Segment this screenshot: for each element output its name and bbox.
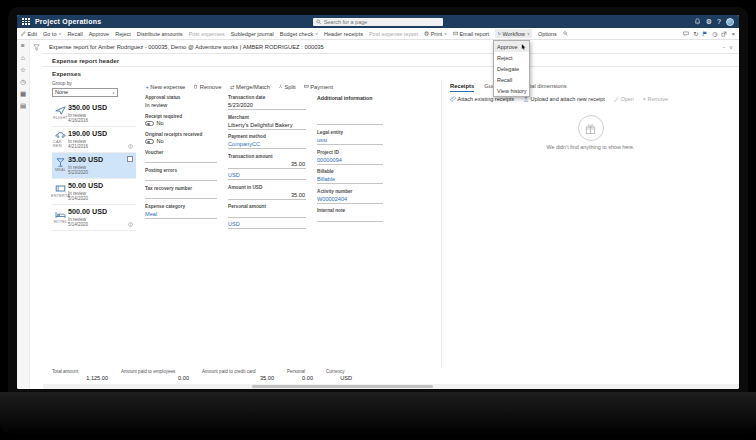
- billable-input[interactable]: Billable: [317, 175, 383, 184]
- options-button[interactable]: Options: [538, 31, 557, 37]
- personal-currency-input[interactable]: USD: [228, 220, 306, 229]
- edit-button[interactable]: Edit: [21, 31, 37, 37]
- pencil-icon: [21, 31, 26, 36]
- help-icon[interactable]: ?: [717, 18, 721, 25]
- recall-button[interactable]: Recall: [67, 31, 82, 37]
- workflow-menu-recall[interactable]: Recall: [494, 74, 529, 85]
- original-receipts-toggle[interactable]: No: [145, 138, 217, 146]
- amount-in-usd-input[interactable]: 35.00: [228, 191, 306, 200]
- expense-report-header-section[interactable]: Expense report header: [43, 53, 739, 67]
- expense-card-meal-selected[interactable]: MEAL 35.00 USD In review 5/23/2020: [52, 153, 136, 179]
- project-id-input[interactable]: 00000094: [317, 156, 383, 165]
- receipts-empty-state: We didn't find anything to show here.: [450, 115, 731, 150]
- info-icon[interactable]: [128, 144, 133, 149]
- new-expense-button[interactable]: +New expense: [145, 84, 185, 90]
- receipt-required-toggle[interactable]: No: [145, 120, 217, 128]
- horizontal-scrollbar[interactable]: [43, 384, 739, 389]
- upload-attach-receipt-button[interactable]: Upload and attach new receipt: [523, 96, 605, 102]
- popout-icon[interactable]: [721, 31, 727, 37]
- personal-column: Personal 0.00: [287, 369, 313, 381]
- mail-icon: [453, 31, 458, 36]
- tax-recovery-input[interactable]: [145, 192, 217, 200]
- expense-card-flight[interactable]: FLIGHT 350.00 USD In review 4/16/2016: [52, 101, 136, 127]
- favorites-star-icon[interactable]: ☆: [20, 66, 26, 73]
- email-report-button[interactable]: Email report: [453, 31, 489, 37]
- field-payment-method: Payment method CompanyCC: [228, 134, 306, 149]
- transaction-amount-input[interactable]: 35.00: [228, 160, 306, 169]
- field-original-receipts-received: Original receipts received No: [145, 132, 217, 146]
- payment-button[interactable]: Payment: [304, 84, 333, 90]
- split-icon: [278, 84, 283, 89]
- workflow-menu-approve[interactable]: Approve: [494, 41, 529, 52]
- reject-button[interactable]: Reject: [115, 31, 131, 37]
- detail-toolbar: +New expense Remove ⇄Merge/Match Split: [145, 81, 434, 92]
- history-clock-icon[interactable]: ◷: [712, 31, 717, 37]
- workspaces-grid-icon[interactable]: ▦: [20, 90, 26, 97]
- minimize-icon[interactable]: –: [723, 44, 726, 50]
- merchant-input[interactable]: Liberty's Delightful Bakery: [228, 121, 306, 130]
- home-icon[interactable]: ⌂: [21, 54, 25, 61]
- legal-entity-input[interactable]: ussi: [317, 136, 383, 145]
- distribute-amounts-button[interactable]: Distribute amounts: [137, 31, 183, 37]
- refresh-icon[interactable]: ↻: [693, 31, 698, 37]
- comment-icon[interactable]: [683, 31, 689, 37]
- internal-note-input[interactable]: [317, 214, 383, 222]
- app-launcher-waffle-icon[interactable]: [22, 18, 30, 25]
- group-by-select[interactable]: None ∨: [52, 88, 118, 97]
- app-title: Project Operations: [35, 18, 101, 25]
- hamburger-menu-icon[interactable]: ≡: [21, 42, 25, 49]
- action-search-button[interactable]: [563, 31, 568, 36]
- workflow-menu-delegate[interactable]: Delegate: [494, 63, 529, 74]
- user-avatar[interactable]: [726, 18, 734, 26]
- info-icon[interactable]: [128, 222, 133, 227]
- expense-card-car-rental[interactable]: CAR REN 190.00 USD In review 4/21/2016: [52, 127, 136, 153]
- gear-icon[interactable]: ⚙: [706, 18, 712, 25]
- field-receipt-required: Receipt required No: [145, 114, 217, 128]
- hotel-icon: [55, 210, 66, 219]
- merge-match-button[interactable]: ⇄Merge/Match: [229, 84, 269, 90]
- payment-method-input[interactable]: CompanyCC: [228, 140, 306, 149]
- approve-button[interactable]: Approve: [89, 31, 110, 37]
- additional-notes-input[interactable]: [317, 103, 383, 125]
- card-checkbox[interactable]: [127, 156, 133, 162]
- activity-number-input[interactable]: W00002404: [317, 195, 383, 204]
- expense-detail-form: +New expense Remove ⇄Merge/Match Split: [136, 80, 438, 368]
- voucher-input[interactable]: [145, 156, 217, 164]
- tab-receipts[interactable]: Receipts: [450, 83, 474, 92]
- close-icon[interactable]: ×: [731, 31, 735, 37]
- go-to-button[interactable]: Go to∨: [43, 31, 61, 37]
- page-search-box[interactable]: [313, 18, 443, 26]
- bell-icon[interactable]: [694, 18, 701, 25]
- workflow-menu-view-history[interactable]: View history: [494, 85, 529, 96]
- split-button[interactable]: Split: [278, 84, 296, 90]
- flag-icon[interactable]: [702, 31, 708, 37]
- filter-funnel-icon[interactable]: [33, 44, 40, 51]
- personal-amount-input[interactable]: [228, 210, 306, 218]
- field-amount-in-usd: Amount in USD 35.00: [228, 185, 306, 200]
- recent-clock-icon[interactable]: ◷: [20, 78, 26, 85]
- expense-card-hotel[interactable]: HOTEL 500.00 USD In review 5/14/2020: [52, 205, 136, 231]
- chevron-down-icon[interactable]: ∨: [729, 44, 733, 50]
- transaction-date-input[interactable]: 5/23/2020: [228, 101, 306, 110]
- meal-icon: [55, 158, 66, 167]
- expense-category-input[interactable]: Meal: [145, 210, 217, 219]
- workflow-button[interactable]: ↻ Workflow∨ Approve Reject Delegate Reca…: [495, 29, 532, 38]
- scrollbar-thumb[interactable]: [252, 385, 433, 388]
- group-by-label: Group by: [52, 81, 136, 86]
- remove-expense-button[interactable]: Remove: [193, 84, 221, 90]
- top-navbar: Project Operations ⚙ ?: [17, 15, 739, 28]
- transaction-currency-input[interactable]: USD: [228, 171, 306, 180]
- header-receipts-button[interactable]: Header receipts: [324, 31, 363, 37]
- expense-card-entertainment[interactable]: ENTERTA 50.00 USD In review 5/14/2020: [52, 179, 136, 205]
- modules-list-icon[interactable]: ▤: [20, 102, 26, 109]
- field-approval-status: Approval status In review: [145, 95, 217, 109]
- search-input[interactable]: [324, 19, 440, 25]
- workflow-menu-reject[interactable]: Reject: [494, 52, 529, 63]
- posting-errors-input[interactable]: [145, 174, 217, 182]
- workflow-dropdown-menu: Approve Reject Delegate Recall View hist…: [493, 40, 530, 97]
- subledger-journal-button[interactable]: Subledger journal: [231, 31, 274, 37]
- print-button[interactable]: Print∨: [424, 31, 447, 37]
- chevron-down-icon: ∨: [444, 31, 447, 36]
- field-tax-recovery-number: Tax recovery number: [145, 186, 217, 200]
- budget-check-button[interactable]: Budget check∨: [280, 31, 318, 37]
